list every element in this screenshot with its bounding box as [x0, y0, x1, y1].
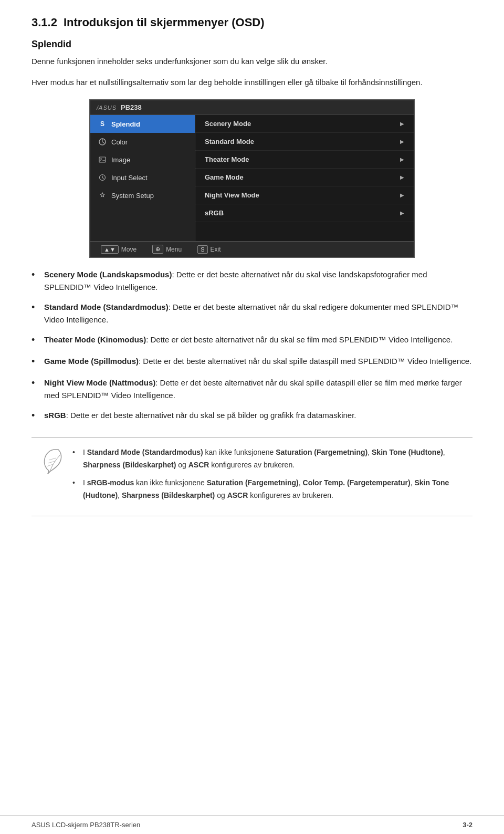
system-label: System Setup — [111, 192, 154, 200]
svg-point-2 — [100, 158, 101, 159]
osd-screenshot: /ASUS PB238 S Splendid Color Image — [89, 99, 415, 258]
intro-text-1: Denne funksjonen inneholder seks underfu… — [32, 55, 472, 68]
note-icon — [42, 449, 63, 475]
osd-menu-system[interactable]: System Setup — [90, 186, 195, 204]
bullet-nightview-text: Night View Mode (Nattmodus): Dette er de… — [44, 377, 472, 402]
note-skintone-bold: Skin Tone (Hudtone) — [372, 448, 443, 456]
menu-control: ⊕ Menu — [152, 245, 182, 254]
bullet-standard-text: Standard Mode (Standardmodus): Dette er … — [44, 301, 472, 326]
note-dot-1: • — [72, 446, 80, 459]
theater-chevron: ▶ — [400, 157, 404, 162]
exit-label: Exit — [211, 246, 221, 253]
osd-menu-image[interactable]: Image — [90, 151, 195, 169]
osd-titlebar: /ASUS PB238 — [90, 100, 414, 115]
osd-body: S Splendid Color Image Input Select — [90, 115, 414, 241]
page-title: Introduksjon til skjermmenyer (OSD) — [64, 16, 265, 29]
image-icon — [98, 155, 107, 164]
game-mode-label: Game Mode — [205, 173, 244, 181]
srgb-chevron: ▶ — [400, 210, 404, 216]
osd-standard-mode[interactable]: Standard Mode ▶ — [195, 133, 414, 151]
intro-text-2: Hver modus har et nullstillingsalternati… — [32, 76, 472, 89]
splendid-title: Splendid — [32, 39, 472, 50]
game-bold: Game Mode (Spillmodus) — [44, 357, 139, 366]
osd-srgb-mode[interactable]: sRGB ▶ — [195, 204, 414, 222]
bullet-dot-5: • — [32, 376, 40, 391]
bullet-theater-text: Theater Mode (Kinomodus): Dette er det b… — [44, 333, 472, 346]
page-footer: ASUS LCD-skjerm PB238TR-serien 3-2 — [0, 815, 504, 834]
input-icon — [98, 173, 107, 182]
srgb-mode-label: sRGB — [205, 209, 224, 217]
splendid-icon: S — [98, 119, 107, 129]
svg-line-4 — [49, 458, 56, 460]
osd-controls: ▲▼ Move ⊕ Menu S Exit — [90, 241, 414, 257]
color-label: Color — [111, 138, 128, 146]
bullet-nightview: • Night View Mode (Nattmodus): Dette er … — [32, 377, 472, 402]
standard-chevron: ▶ — [400, 139, 404, 144]
svg-rect-1 — [99, 157, 106, 162]
exit-key: S — [197, 245, 207, 254]
note-sharpness-bold: Sharpness (Bildeskarphet) — [83, 461, 176, 469]
osd-brand: /ASUS — [97, 105, 117, 111]
bullet-dot-4: • — [32, 354, 40, 369]
note-text-2: I sRGB-modus kan ikke funksjonene Satura… — [83, 477, 462, 502]
footer-left: ASUS LCD-skjerm PB238TR-serien — [32, 821, 140, 829]
bullet-scenery: • Scenery Mode (Landskapsmodus): Dette e… — [32, 268, 472, 294]
osd-right-panel: Scenery Mode ▶ Standard Mode ▶ Theater M… — [195, 115, 414, 241]
note-saturation-bold: Saturation (Fargemetning) — [276, 448, 368, 456]
note-text-1: I Standard Mode (Standardmodus) kan ikke… — [83, 446, 462, 472]
bullet-list: • Scenery Mode (Landskapsmodus): Dette e… — [32, 268, 472, 423]
bullet-standard: • Standard Mode (Standardmodus): Dette e… — [32, 301, 472, 326]
osd-menu-input[interactable]: Input Select — [90, 169, 195, 186]
page-number: 3-2 — [463, 821, 472, 829]
note-standard-bold: Standard Mode (Standardmodus) — [87, 448, 203, 456]
section-number: 3.1.2 — [32, 16, 57, 29]
osd-theater-mode[interactable]: Theater Mode ▶ — [195, 151, 414, 169]
bullet-dot-1: • — [32, 267, 40, 283]
system-icon — [98, 191, 107, 200]
bullet-dot-2: • — [32, 300, 40, 315]
osd-model: PB238 — [121, 103, 142, 111]
bullet-dot-3: • — [32, 332, 40, 348]
move-key: ▲▼ — [101, 245, 119, 254]
bullet-game: • Game Mode (Spillmodus): Dette er det b… — [32, 355, 472, 369]
nightview-mode-label: Night View Mode — [205, 191, 259, 199]
bullet-srgb: • sRGB: Dette er det beste alternativet … — [32, 409, 472, 423]
scenery-mode-label: Scenery Mode — [205, 120, 251, 128]
bullet-theater: • Theater Mode (Kinomodus): Dette er det… — [32, 333, 472, 348]
bullet-srgb-text: sRGB: Dette er det beste alternativet nå… — [44, 409, 472, 422]
note-item-2: • I sRGB-modus kan ikke funksjonene Satu… — [72, 477, 462, 502]
osd-nightview-mode[interactable]: Night View Mode ▶ — [195, 186, 414, 204]
image-label: Image — [111, 156, 130, 164]
note-sharpness2-bold: Sharpness (Bildeskarphet) — [122, 491, 215, 499]
note-ascr-bold: ASCR — [188, 461, 209, 469]
note-item-1: • I Standard Mode (Standardmodus) kan ik… — [72, 446, 462, 472]
osd-left-panel: S Splendid Color Image Input Select — [90, 115, 195, 241]
splendid-label: Splendid — [111, 120, 140, 128]
osd-menu-splendid[interactable]: S Splendid — [90, 115, 195, 133]
bullet-scenery-text: Scenery Mode (Landskapsmodus): Dette er … — [44, 268, 472, 294]
input-label: Input Select — [111, 174, 148, 182]
scenery-chevron: ▶ — [400, 121, 404, 127]
note-saturation2-bold: Saturation (Fargemetning) — [207, 478, 299, 487]
color-icon — [98, 137, 107, 147]
note-box: • I Standard Mode (Standardmodus) kan ik… — [32, 437, 472, 516]
srgb-bold: sRGB — [44, 411, 66, 420]
note-colortemp-bold: Color Temp. (Fargetemperatur) — [303, 478, 411, 487]
bullet-dot-6: • — [32, 408, 40, 423]
theater-mode-label: Theater Mode — [205, 155, 249, 163]
move-control: ▲▼ Move — [101, 245, 136, 254]
osd-menu-color[interactable]: Color — [90, 133, 195, 151]
game-chevron: ▶ — [400, 174, 404, 180]
osd-scenery-mode[interactable]: Scenery Mode ▶ — [195, 115, 414, 133]
note-content: • I Standard Mode (Standardmodus) kan ik… — [72, 446, 462, 507]
standard-bold: Standard Mode (Standardmodus) — [44, 303, 169, 311]
menu-key: ⊕ — [152, 245, 163, 254]
menu-label: Menu — [166, 246, 182, 253]
bullet-game-text: Game Mode (Spillmodus): Dette er det bes… — [44, 355, 472, 368]
nightview-chevron: ▶ — [400, 192, 404, 198]
standard-mode-label: Standard Mode — [205, 138, 254, 145]
theater-bold: Theater Mode (Kinomodus) — [44, 335, 146, 344]
osd-game-mode[interactable]: Game Mode ▶ — [195, 169, 414, 186]
note-dot-2: • — [72, 477, 80, 489]
exit-control: S Exit — [197, 245, 220, 254]
